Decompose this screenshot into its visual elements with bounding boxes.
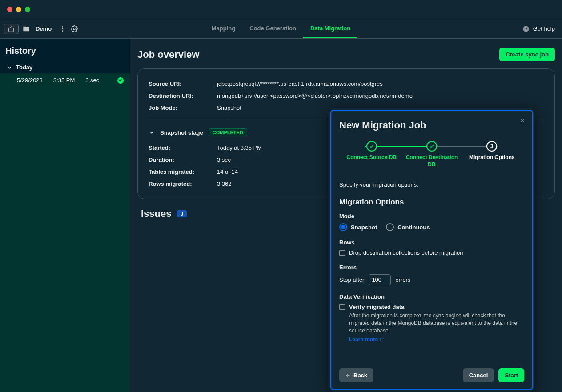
- migration-options-heading: Migration Options: [339, 198, 524, 207]
- stop-after-label: Stop after: [339, 276, 364, 283]
- svg-point-3: [73, 28, 75, 30]
- history-sidebar: History Today 5/29/2023 3:35 PM 3 sec: [0, 39, 130, 392]
- tables-value: 14 of 14: [217, 168, 238, 175]
- tab-mapping[interactable]: Mapping: [205, 19, 242, 38]
- settings-button[interactable]: [70, 25, 78, 33]
- toolbar: Demo Mapping Code Generation Data Migrat…: [0, 19, 562, 39]
- more-button[interactable]: [59, 25, 67, 33]
- rows-migrated-label: Rows migrated:: [149, 180, 217, 187]
- maximize-window-button[interactable]: [25, 7, 30, 12]
- job-mode-value: Snapshot: [217, 104, 241, 111]
- stepper: Connect Source DB Connect Destination DB…: [339, 141, 524, 168]
- tab-data-migration[interactable]: Data Migration: [303, 19, 357, 38]
- step-1-label: Connect Source DB: [346, 154, 397, 161]
- svg-text:?: ?: [525, 27, 527, 31]
- step-3-label: Migration Options: [469, 154, 515, 161]
- learn-more-link[interactable]: Learn more: [349, 336, 384, 343]
- external-link-icon: [380, 337, 384, 342]
- close-icon: [520, 118, 525, 123]
- verify-data-checkbox[interactable]: [339, 304, 345, 310]
- sidebar-bg: [0, 87, 130, 392]
- more-vertical-icon: [59, 25, 66, 32]
- project-name: Demo: [36, 25, 52, 32]
- source-uri-value: jdbc:postgresql://********.us-east-1.rds…: [217, 80, 383, 87]
- data-verification-label: Data Verification: [339, 293, 524, 300]
- svg-line-8: [382, 338, 384, 340]
- job-overview-title: Job overview: [137, 49, 199, 60]
- drop-collections-label: Drop destination collections before migr…: [349, 249, 463, 256]
- verify-data-description: After the migration is complete, the syn…: [349, 312, 524, 334]
- history-group-today[interactable]: Today: [0, 61, 130, 73]
- dest-uri-label: Destination URI:: [149, 92, 217, 99]
- dest-uri-value: mongodb+srv://user:<password>@<cluster>.…: [217, 92, 413, 99]
- chevron-down-icon: [6, 64, 12, 71]
- create-sync-job-button[interactable]: Create sync job: [499, 48, 555, 61]
- step-3-indicator: 3: [486, 141, 497, 152]
- sidebar-title: History: [0, 39, 130, 61]
- start-button[interactable]: Start: [498, 368, 524, 382]
- back-label: Back: [353, 372, 367, 379]
- started-value: Today at 3:35 PM: [217, 144, 262, 151]
- stage-status-badge: COMPLETED: [209, 128, 247, 136]
- step-2-label: Connect Destination DB: [402, 154, 461, 168]
- rows-migrated-value: 3,362: [217, 180, 232, 187]
- check-icon: [429, 144, 434, 149]
- success-icon: [117, 77, 124, 84]
- check-icon: [369, 144, 374, 149]
- drop-collections-checkbox[interactable]: [339, 250, 345, 256]
- mode-snapshot-radio[interactable]: [339, 223, 347, 231]
- titlebar: [0, 0, 562, 19]
- tables-label: Tables migrated:: [149, 168, 217, 175]
- modal-description: Specify your migration options.: [339, 181, 524, 188]
- source-uri-label: Source URI:: [149, 80, 217, 87]
- stop-after-input[interactable]: [369, 274, 391, 285]
- duration-value: 3 sec: [217, 156, 231, 163]
- step-1-indicator: [366, 141, 377, 152]
- started-label: Started:: [149, 144, 217, 151]
- verify-data-label: Verify migrated data: [349, 304, 524, 310]
- modal-title: New Migration Job: [339, 120, 524, 131]
- folder-icon: [22, 25, 30, 33]
- cancel-button[interactable]: Cancel: [463, 368, 494, 382]
- modal-close-button[interactable]: [519, 117, 526, 124]
- back-button[interactable]: Back: [339, 368, 373, 382]
- history-duration: 3 sec: [85, 77, 99, 84]
- mode-continuous-label: Continuous: [397, 224, 430, 231]
- home-button[interactable]: [4, 24, 19, 34]
- job-mode-label: Job Mode:: [149, 104, 217, 111]
- group-label: Today: [16, 64, 32, 71]
- svg-point-1: [62, 28, 64, 29]
- gear-icon: [71, 25, 78, 32]
- close-window-button[interactable]: [7, 7, 12, 12]
- arrow-left-icon: [345, 373, 351, 378]
- history-time: 3:35 PM: [53, 77, 75, 84]
- issues-count-badge: 0: [177, 210, 187, 217]
- mode-label: Mode: [339, 213, 524, 220]
- errors-suffix: errors: [395, 276, 410, 283]
- svg-point-2: [62, 30, 64, 32]
- help-icon: ?: [522, 25, 530, 32]
- svg-point-0: [62, 26, 64, 28]
- minimize-window-button[interactable]: [16, 7, 21, 12]
- history-item[interactable]: 5/29/2023 3:35 PM 3 sec: [0, 73, 130, 87]
- errors-label: Errors: [339, 264, 524, 271]
- learn-more-text: Learn more: [349, 336, 378, 343]
- tab-code-generation[interactable]: Code Generation: [242, 19, 303, 38]
- get-help-label: Get help: [533, 25, 555, 32]
- chevron-down-icon: [149, 129, 155, 136]
- new-migration-job-modal: New Migration Job Connect Source DB Conn…: [329, 108, 534, 392]
- history-date: 5/29/2023: [17, 77, 43, 84]
- stage-name: Snapshot stage: [160, 129, 203, 136]
- home-icon: [8, 26, 14, 32]
- nav-tabs: Mapping Code Generation Data Migration: [205, 19, 357, 38]
- mode-snapshot-label: Snapshot: [351, 224, 377, 231]
- duration-label: Duration:: [149, 156, 217, 163]
- step-2-indicator: [426, 141, 437, 152]
- issues-title: Issues: [141, 208, 172, 220]
- mode-continuous-radio[interactable]: [386, 223, 394, 231]
- get-help-button[interactable]: ? Get help: [522, 25, 558, 32]
- rows-label: Rows: [339, 239, 524, 246]
